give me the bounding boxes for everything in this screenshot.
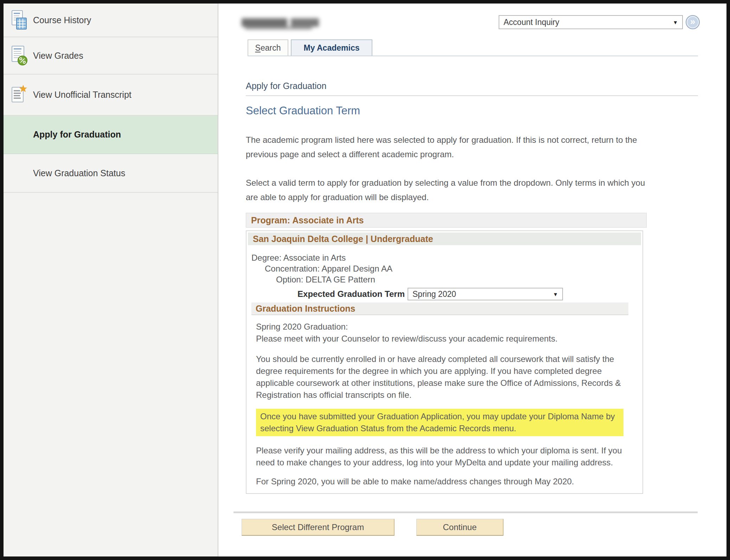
footer-buttons: Select Different Program Continue: [242, 519, 698, 536]
tab-search-accesskey: S: [255, 43, 261, 52]
degree-info: Degree: Associate in Arts Concentration:…: [246, 245, 642, 285]
sidebar-item-label: Course History: [33, 15, 91, 25]
tab-search-label: earch: [261, 43, 281, 52]
footer-divider: [233, 511, 698, 513]
sidebar-item-view-unofficial-transcript[interactable]: View Unofficial Transcript: [4, 75, 218, 116]
action-dropdown-group: Account Inquiry ▼ »: [499, 15, 700, 29]
expected-term-select[interactable]: Spring 2020 ▼: [408, 288, 563, 300]
double-chevron-icon: »: [690, 17, 695, 26]
tab-my-academics[interactable]: My Academics: [291, 39, 372, 56]
chevron-down-icon: ▼: [553, 291, 558, 297]
sidebar-item-apply-for-graduation[interactable]: Apply for Graduation: [4, 116, 218, 154]
intro-paragraph-2: Select a valid term to apply for graduat…: [246, 176, 654, 204]
view-grades-icon: [11, 45, 33, 66]
expected-term-label: Expected Graduation Term: [246, 289, 405, 299]
main-panel: Account Inquiry ▼ » Search My Academics …: [218, 4, 726, 556]
tab-bar: Search My Academics: [248, 39, 698, 56]
app-window: Course History View Grades: [0, 0, 730, 560]
page-content: Apply for Graduation Select Graduation T…: [246, 81, 698, 536]
intro-paragraph-1: The academic program listed here was sel…: [246, 133, 654, 161]
sidebar-item-label: Apply for Graduation: [33, 129, 121, 140]
expected-term-row: Expected Graduation Term Spring 2020 ▼: [246, 288, 642, 300]
tab-my-academics-label: My Academics: [304, 43, 360, 53]
sidebar-item-view-graduation-status[interactable]: View Graduation Status: [4, 154, 218, 193]
program-group-box: San Joaquin Delta College | Undergraduat…: [246, 230, 643, 494]
sidebar-filler: [4, 193, 218, 556]
expected-term-value: Spring 2020: [412, 289, 456, 299]
sidebar-item-label: View Unofficial Transcript: [33, 90, 132, 100]
institution-header: San Joaquin Delta College | Undergraduat…: [248, 233, 641, 245]
page-title: Select Graduation Term: [246, 104, 698, 117]
graduation-instructions-body: Spring 2020 Graduation: Please meet with…: [246, 315, 642, 488]
sidebar: Course History View Grades: [4, 4, 218, 556]
tab-search[interactable]: Search: [248, 39, 288, 56]
degree-line: Degree: Associate in Arts: [251, 252, 642, 263]
sidebar-item-label: View Grades: [33, 51, 83, 61]
instructions-p1-line1: Spring 2020 Graduation:: [256, 321, 623, 333]
instructions-paragraph-5: For Spring 2020, you will be able to mak…: [256, 476, 623, 488]
go-button[interactable]: »: [686, 15, 700, 29]
unofficial-transcript-icon: [11, 84, 33, 106]
instructions-highlighted-paragraph: Once you have submitted your Graduation …: [256, 409, 623, 436]
graduation-instructions-header: Graduation Instructions: [251, 303, 628, 315]
instructions-paragraph-2: You should be currently enrolled in or h…: [256, 353, 623, 401]
concentration-line: Concentration: Apparel Design AA: [251, 263, 642, 274]
course-history-icon: [11, 9, 33, 31]
chevron-down-icon: ▼: [673, 19, 678, 25]
instructions-paragraph-1: Spring 2020 Graduation: Please meet with…: [256, 321, 623, 345]
instructions-paragraph-4: Please verify your mailing address, as t…: [256, 445, 623, 469]
sidebar-item-label: View Graduation Status: [33, 168, 125, 178]
breadcrumb-divider: [246, 95, 698, 96]
instructions-p1-line2: Please meet with your Counselor to revie…: [256, 333, 623, 345]
sidebar-item-course-history[interactable]: Course History: [4, 4, 218, 37]
program-group-header: Program: Associate in Arts: [246, 213, 647, 228]
breadcrumb: Apply for Graduation: [246, 81, 698, 91]
select-different-program-button[interactable]: Select Different Program: [242, 519, 395, 536]
sidebar-item-view-grades[interactable]: View Grades: [4, 37, 218, 75]
page-header: Account Inquiry ▼ »: [218, 4, 726, 39]
student-name-redacted: [242, 16, 321, 32]
action-select[interactable]: Account Inquiry ▼: [499, 15, 683, 29]
action-select-value: Account Inquiry: [504, 18, 559, 27]
option-line: Option: DELTA GE Pattern: [251, 274, 642, 285]
continue-button[interactable]: Continue: [416, 519, 504, 536]
